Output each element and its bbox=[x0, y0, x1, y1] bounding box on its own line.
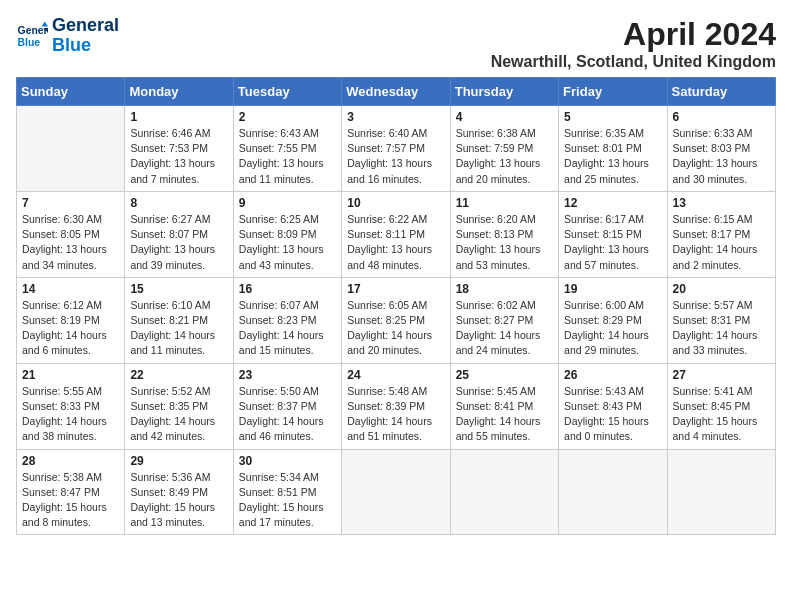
day-number: 18 bbox=[456, 282, 553, 296]
calendar-cell: 30Sunrise: 5:34 AMSunset: 8:51 PMDayligh… bbox=[233, 449, 341, 535]
calendar-cell: 10Sunrise: 6:22 AMSunset: 8:11 PMDayligh… bbox=[342, 191, 450, 277]
day-number: 7 bbox=[22, 196, 119, 210]
calendar-cell bbox=[450, 449, 558, 535]
day-number: 26 bbox=[564, 368, 661, 382]
day-info: Sunrise: 5:43 AMSunset: 8:43 PMDaylight:… bbox=[564, 384, 661, 445]
calendar-cell: 24Sunrise: 5:48 AMSunset: 8:39 PMDayligh… bbox=[342, 363, 450, 449]
calendar-cell: 18Sunrise: 6:02 AMSunset: 8:27 PMDayligh… bbox=[450, 277, 558, 363]
calendar-cell: 3Sunrise: 6:40 AMSunset: 7:57 PMDaylight… bbox=[342, 106, 450, 192]
day-info: Sunrise: 6:20 AMSunset: 8:13 PMDaylight:… bbox=[456, 212, 553, 273]
logo-text-general: General bbox=[52, 16, 119, 36]
calendar-cell: 1Sunrise: 6:46 AMSunset: 7:53 PMDaylight… bbox=[125, 106, 233, 192]
day-info: Sunrise: 5:38 AMSunset: 8:47 PMDaylight:… bbox=[22, 470, 119, 531]
day-number: 9 bbox=[239, 196, 336, 210]
calendar-cell: 20Sunrise: 5:57 AMSunset: 8:31 PMDayligh… bbox=[667, 277, 775, 363]
weekday-header-saturday: Saturday bbox=[667, 78, 775, 106]
weekday-header-tuesday: Tuesday bbox=[233, 78, 341, 106]
day-info: Sunrise: 5:41 AMSunset: 8:45 PMDaylight:… bbox=[673, 384, 770, 445]
calendar-cell bbox=[667, 449, 775, 535]
calendar-cell: 15Sunrise: 6:10 AMSunset: 8:21 PMDayligh… bbox=[125, 277, 233, 363]
day-info: Sunrise: 6:22 AMSunset: 8:11 PMDaylight:… bbox=[347, 212, 444, 273]
day-number: 15 bbox=[130, 282, 227, 296]
svg-marker-2 bbox=[42, 21, 48, 26]
page-header: General Blue General Blue April 2024 New… bbox=[16, 16, 776, 71]
calendar-cell bbox=[559, 449, 667, 535]
calendar-cell bbox=[17, 106, 125, 192]
day-number: 6 bbox=[673, 110, 770, 124]
calendar-cell: 8Sunrise: 6:27 AMSunset: 8:07 PMDaylight… bbox=[125, 191, 233, 277]
day-number: 19 bbox=[564, 282, 661, 296]
day-number: 8 bbox=[130, 196, 227, 210]
day-info: Sunrise: 5:45 AMSunset: 8:41 PMDaylight:… bbox=[456, 384, 553, 445]
calendar-cell: 7Sunrise: 6:30 AMSunset: 8:05 PMDaylight… bbox=[17, 191, 125, 277]
weekday-header-friday: Friday bbox=[559, 78, 667, 106]
day-number: 5 bbox=[564, 110, 661, 124]
day-number: 16 bbox=[239, 282, 336, 296]
day-number: 11 bbox=[456, 196, 553, 210]
calendar-cell: 16Sunrise: 6:07 AMSunset: 8:23 PMDayligh… bbox=[233, 277, 341, 363]
day-info: Sunrise: 5:50 AMSunset: 8:37 PMDaylight:… bbox=[239, 384, 336, 445]
day-number: 30 bbox=[239, 454, 336, 468]
weekday-header-monday: Monday bbox=[125, 78, 233, 106]
day-number: 13 bbox=[673, 196, 770, 210]
day-number: 12 bbox=[564, 196, 661, 210]
calendar-cell: 26Sunrise: 5:43 AMSunset: 8:43 PMDayligh… bbox=[559, 363, 667, 449]
calendar-cell: 23Sunrise: 5:50 AMSunset: 8:37 PMDayligh… bbox=[233, 363, 341, 449]
day-info: Sunrise: 6:40 AMSunset: 7:57 PMDaylight:… bbox=[347, 126, 444, 187]
day-number: 25 bbox=[456, 368, 553, 382]
day-info: Sunrise: 6:30 AMSunset: 8:05 PMDaylight:… bbox=[22, 212, 119, 273]
svg-text:Blue: Blue bbox=[18, 36, 41, 47]
day-info: Sunrise: 6:02 AMSunset: 8:27 PMDaylight:… bbox=[456, 298, 553, 359]
calendar-cell: 27Sunrise: 5:41 AMSunset: 8:45 PMDayligh… bbox=[667, 363, 775, 449]
calendar-cell: 9Sunrise: 6:25 AMSunset: 8:09 PMDaylight… bbox=[233, 191, 341, 277]
month-title: April 2024 bbox=[491, 16, 776, 53]
week-row-2: 7Sunrise: 6:30 AMSunset: 8:05 PMDaylight… bbox=[17, 191, 776, 277]
svg-text:General: General bbox=[18, 25, 48, 36]
title-area: April 2024 Newarthill, Scotland, United … bbox=[491, 16, 776, 71]
day-number: 21 bbox=[22, 368, 119, 382]
day-info: Sunrise: 6:38 AMSunset: 7:59 PMDaylight:… bbox=[456, 126, 553, 187]
day-info: Sunrise: 6:10 AMSunset: 8:21 PMDaylight:… bbox=[130, 298, 227, 359]
day-info: Sunrise: 6:12 AMSunset: 8:19 PMDaylight:… bbox=[22, 298, 119, 359]
day-number: 3 bbox=[347, 110, 444, 124]
calendar-cell: 14Sunrise: 6:12 AMSunset: 8:19 PMDayligh… bbox=[17, 277, 125, 363]
day-number: 29 bbox=[130, 454, 227, 468]
day-number: 28 bbox=[22, 454, 119, 468]
calendar-cell: 11Sunrise: 6:20 AMSunset: 8:13 PMDayligh… bbox=[450, 191, 558, 277]
day-number: 22 bbox=[130, 368, 227, 382]
day-info: Sunrise: 5:52 AMSunset: 8:35 PMDaylight:… bbox=[130, 384, 227, 445]
logo-icon: General Blue bbox=[16, 20, 48, 52]
day-info: Sunrise: 6:00 AMSunset: 8:29 PMDaylight:… bbox=[564, 298, 661, 359]
calendar-cell: 19Sunrise: 6:00 AMSunset: 8:29 PMDayligh… bbox=[559, 277, 667, 363]
day-number: 27 bbox=[673, 368, 770, 382]
day-number: 1 bbox=[130, 110, 227, 124]
weekday-header-sunday: Sunday bbox=[17, 78, 125, 106]
calendar-cell: 29Sunrise: 5:36 AMSunset: 8:49 PMDayligh… bbox=[125, 449, 233, 535]
day-info: Sunrise: 6:33 AMSunset: 8:03 PMDaylight:… bbox=[673, 126, 770, 187]
day-number: 24 bbox=[347, 368, 444, 382]
day-info: Sunrise: 6:15 AMSunset: 8:17 PMDaylight:… bbox=[673, 212, 770, 273]
week-row-4: 21Sunrise: 5:55 AMSunset: 8:33 PMDayligh… bbox=[17, 363, 776, 449]
calendar-cell: 12Sunrise: 6:17 AMSunset: 8:15 PMDayligh… bbox=[559, 191, 667, 277]
calendar-cell: 22Sunrise: 5:52 AMSunset: 8:35 PMDayligh… bbox=[125, 363, 233, 449]
calendar-table: SundayMondayTuesdayWednesdayThursdayFrid… bbox=[16, 77, 776, 535]
calendar-cell: 5Sunrise: 6:35 AMSunset: 8:01 PMDaylight… bbox=[559, 106, 667, 192]
week-row-3: 14Sunrise: 6:12 AMSunset: 8:19 PMDayligh… bbox=[17, 277, 776, 363]
calendar-cell: 6Sunrise: 6:33 AMSunset: 8:03 PMDaylight… bbox=[667, 106, 775, 192]
calendar-cell: 17Sunrise: 6:05 AMSunset: 8:25 PMDayligh… bbox=[342, 277, 450, 363]
day-info: Sunrise: 6:43 AMSunset: 7:55 PMDaylight:… bbox=[239, 126, 336, 187]
day-info: Sunrise: 6:27 AMSunset: 8:07 PMDaylight:… bbox=[130, 212, 227, 273]
day-info: Sunrise: 5:34 AMSunset: 8:51 PMDaylight:… bbox=[239, 470, 336, 531]
day-info: Sunrise: 6:07 AMSunset: 8:23 PMDaylight:… bbox=[239, 298, 336, 359]
day-info: Sunrise: 6:05 AMSunset: 8:25 PMDaylight:… bbox=[347, 298, 444, 359]
day-info: Sunrise: 5:55 AMSunset: 8:33 PMDaylight:… bbox=[22, 384, 119, 445]
day-info: Sunrise: 5:36 AMSunset: 8:49 PMDaylight:… bbox=[130, 470, 227, 531]
day-number: 2 bbox=[239, 110, 336, 124]
location: Newarthill, Scotland, United Kingdom bbox=[491, 53, 776, 71]
day-info: Sunrise: 6:46 AMSunset: 7:53 PMDaylight:… bbox=[130, 126, 227, 187]
logo: General Blue General Blue bbox=[16, 16, 119, 56]
calendar-cell: 21Sunrise: 5:55 AMSunset: 8:33 PMDayligh… bbox=[17, 363, 125, 449]
logo-text-blue: Blue bbox=[52, 36, 119, 56]
week-row-1: 1Sunrise: 6:46 AMSunset: 7:53 PMDaylight… bbox=[17, 106, 776, 192]
calendar-cell: 2Sunrise: 6:43 AMSunset: 7:55 PMDaylight… bbox=[233, 106, 341, 192]
